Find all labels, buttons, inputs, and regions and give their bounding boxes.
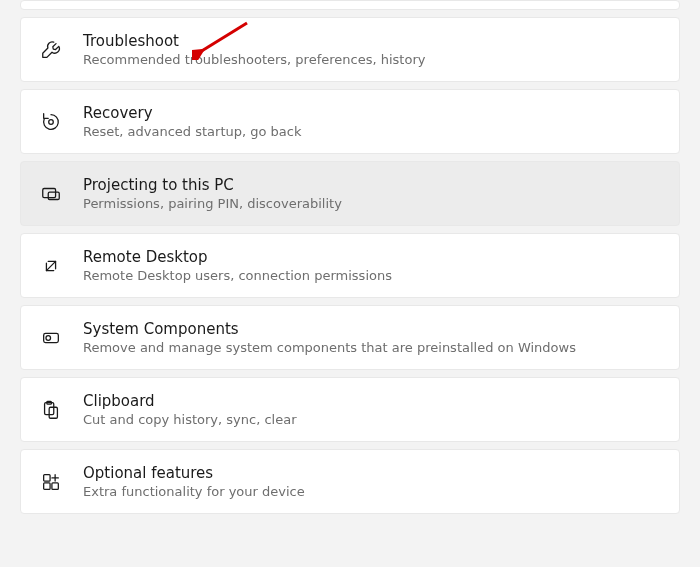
item-title: System Components <box>83 320 576 338</box>
item-desc: Reset, advanced startup, go back <box>83 124 302 139</box>
svg-rect-9 <box>44 474 50 480</box>
svg-rect-11 <box>52 482 58 488</box>
svg-point-5 <box>46 335 51 340</box>
settings-item-recovery[interactable]: Recovery Reset, advanced startup, go bac… <box>20 89 680 154</box>
components-icon <box>39 326 63 350</box>
recovery-icon <box>39 110 63 134</box>
item-title: Clipboard <box>83 392 296 410</box>
settings-item-system-components[interactable]: System Components Remove and manage syst… <box>20 305 680 370</box>
item-desc: Remove and manage system components that… <box>83 340 576 355</box>
item-desc: Permissions, pairing PIN, discoverabilit… <box>83 196 342 211</box>
svg-rect-10 <box>44 482 50 488</box>
remote-desktop-icon <box>39 254 63 278</box>
item-desc: Extra functionality for your device <box>83 484 305 499</box>
svg-point-1 <box>49 119 54 124</box>
wrench-icon <box>39 38 63 62</box>
item-title: Projecting to this PC <box>83 176 342 194</box>
card-stub-top <box>20 0 680 10</box>
clipboard-icon <box>39 398 63 422</box>
svg-rect-2 <box>43 188 56 197</box>
item-title: Recovery <box>83 104 302 122</box>
apps-add-icon <box>39 470 63 494</box>
settings-item-clipboard[interactable]: Clipboard Cut and copy history, sync, cl… <box>20 377 680 442</box>
item-title: Remote Desktop <box>83 248 392 266</box>
settings-item-projecting[interactable]: Projecting to this PC Permissions, pairi… <box>20 161 680 226</box>
settings-item-troubleshoot[interactable]: Troubleshoot Recommended troubleshooters… <box>20 17 680 82</box>
settings-item-optional-features[interactable]: Optional features Extra functionality fo… <box>20 449 680 514</box>
item-title: Optional features <box>83 464 305 482</box>
svg-rect-3 <box>48 192 59 199</box>
item-desc: Recommended troubleshooters, preferences… <box>83 52 425 67</box>
item-title: Troubleshoot <box>83 32 425 50</box>
projecting-icon <box>39 182 63 206</box>
item-desc: Remote Desktop users, connection permiss… <box>83 268 392 283</box>
settings-item-remote-desktop[interactable]: Remote Desktop Remote Desktop users, con… <box>20 233 680 298</box>
item-desc: Cut and copy history, sync, clear <box>83 412 296 427</box>
